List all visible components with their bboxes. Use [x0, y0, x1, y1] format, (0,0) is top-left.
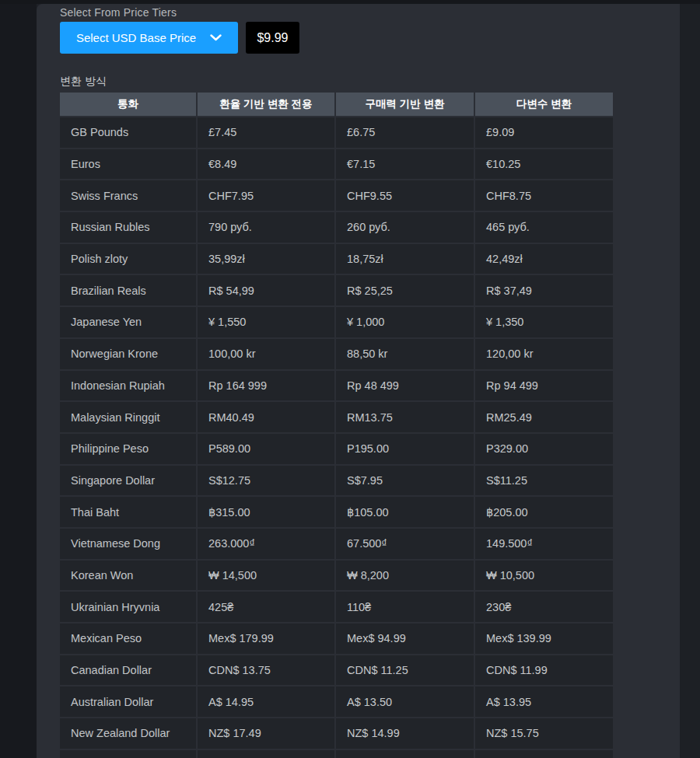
fx-value-cell: 100,00 kr — [198, 339, 334, 369]
multi-value-cell — [475, 750, 613, 758]
ppp-value-cell: A$ 13.50 — [336, 686, 474, 717]
ppp-value-cell: ¥ 1,000 — [336, 307, 474, 337]
currency-name-cell: Singapore Dollar — [60, 466, 196, 496]
currency-name-cell: Vietnamese Dong — [60, 529, 196, 559]
multi-value-cell: £9.09 — [475, 117, 613, 148]
table-header-row: 통화 환율 기반 변환 전용 구매력 기반 변환 다변수 변환 — [60, 93, 613, 116]
ppp-value-cell: 18,75zł — [336, 244, 474, 274]
multi-value-cell: 149.500₫ — [475, 529, 613, 559]
currency-name-cell: Philippine Peso — [60, 434, 196, 464]
fx-value-cell: 263.000₫ — [198, 529, 334, 559]
multi-value-cell: CHF8.75 — [475, 180, 613, 211]
multi-value-cell: ¥ 1,350 — [475, 307, 613, 337]
fx-value-cell: Mex$ 179.99 — [198, 624, 334, 654]
multi-value-cell: 230₴ — [475, 592, 613, 622]
ppp-value-cell: S$7.95 — [336, 466, 474, 496]
price-picker-row: Select USD Base Price $9.99 — [60, 22, 299, 54]
fx-value-cell: €8.49 — [198, 149, 334, 180]
ppp-value-cell: 110₴ — [336, 592, 474, 622]
currency-name-cell: Polish zloty — [60, 244, 196, 274]
multi-value-cell: Rp 94 499 — [475, 371, 613, 401]
header-purchasing-power-conversion: 구매력 기반 변환 — [336, 93, 474, 116]
fx-value-cell: 790 руб. — [198, 212, 334, 243]
currency-name-cell: Japanese Yen — [60, 307, 196, 337]
base-price-value-box[interactable]: $9.99 — [246, 22, 299, 54]
content-panel: Select From Price Tiers Select USD Base … — [37, 4, 680, 758]
fx-value-cell: A$ 14.95 — [198, 686, 334, 717]
multi-value-cell: ฿205.00 — [475, 497, 613, 527]
ppp-value-cell: 67.500₫ — [336, 529, 474, 559]
currency-name-cell: Korean Won — [60, 561, 196, 591]
multi-value-cell: S$11.25 — [475, 466, 613, 496]
currency-name-cell: Mexican Peso — [60, 624, 196, 654]
currency-name-cell: Indonesian Rupiah — [60, 371, 196, 401]
multi-value-cell: R$ 37,49 — [475, 275, 613, 306]
fx-value-cell: 35,99zł — [198, 244, 334, 274]
fx-value-cell: CHF7.95 — [198, 180, 334, 211]
multi-value-cell: A$ 13.95 — [475, 686, 613, 717]
currency-name-cell: Euros — [60, 149, 196, 180]
currency-name-cell: Thai Baht — [60, 497, 196, 527]
fx-value-cell: R$ 54,99 — [198, 275, 334, 306]
multi-value-cell: ₩ 10,500 — [475, 561, 613, 591]
ppp-value-cell: 88,50 kr — [336, 339, 474, 369]
currency-name-cell: Russian Rubles — [60, 212, 196, 243]
conversion-method-label: 변환 방식 — [60, 75, 107, 89]
currency-name-cell — [60, 750, 196, 758]
fx-value-cell: ₩ 14,500 — [198, 561, 334, 591]
fx-value-cell: ฿315.00 — [198, 497, 334, 527]
page-top-margin — [0, 0, 700, 4]
currency-name-cell: Brazilian Reals — [60, 275, 196, 306]
multi-value-cell: CDN$ 11.99 — [475, 655, 613, 686]
currency-name-cell: New Zealand Dollar — [60, 718, 196, 749]
ppp-value-cell: ฿105.00 — [336, 497, 474, 527]
fx-value-cell: CDN$ 13.75 — [198, 655, 334, 686]
ppp-value-cell: R$ 25,25 — [336, 275, 474, 306]
multi-value-cell: RM25.49 — [475, 402, 613, 432]
currency-name-cell: Swiss Francs — [60, 180, 196, 211]
multi-value-cell: €10.25 — [475, 149, 613, 180]
ppp-value-cell: CHF9.55 — [336, 180, 474, 211]
multi-value-cell: NZ$ 15.75 — [475, 718, 613, 749]
currency-name-cell: Norwegian Krone — [60, 339, 196, 369]
multi-value-cell: 465 руб. — [475, 212, 613, 243]
page-left-margin — [0, 0, 37, 758]
usd-base-price-dropdown[interactable]: Select USD Base Price — [60, 22, 238, 54]
ppp-value-cell: €7.15 — [336, 149, 474, 180]
usd-base-price-dropdown-label: Select USD Base Price — [76, 31, 196, 44]
fx-value-cell — [198, 750, 334, 758]
ppp-value-cell: RM13.75 — [336, 402, 474, 432]
fx-value-cell: P589.00 — [198, 434, 334, 464]
fx-value-cell: NZ$ 17.49 — [198, 718, 334, 749]
multi-value-cell: P329.00 — [475, 434, 613, 464]
currency-name-cell: Australian Dollar — [60, 686, 196, 717]
currency-conversion-table: 통화 환율 기반 변환 전용 구매력 기반 변환 다변수 변환 GB Pound… — [60, 93, 613, 758]
currency-name-cell: Malaysian Ringgit — [60, 402, 196, 432]
multi-value-cell: 120,00 kr — [475, 339, 613, 369]
ppp-value-cell: CDN$ 11.25 — [336, 655, 474, 686]
header-multivariable-conversion: 다변수 변환 — [475, 93, 613, 116]
header-currency: 통화 — [60, 93, 196, 116]
ppp-value-cell: P195.00 — [336, 434, 474, 464]
multi-value-cell: 42,49zł — [475, 244, 613, 274]
fx-value-cell: £7.45 — [198, 117, 334, 148]
ppp-value-cell: NZ$ 14.99 — [336, 718, 474, 749]
ppp-value-cell — [336, 750, 474, 758]
ppp-value-cell: Rp 48 499 — [336, 371, 474, 401]
price-tiers-label: Select From Price Tiers — [60, 6, 177, 19]
page-right-margin — [680, 0, 700, 758]
ppp-value-cell: £6.75 — [336, 117, 474, 148]
chevron-down-icon — [210, 34, 222, 41]
currency-name-cell: Canadian Dollar — [60, 655, 196, 686]
currency-name-cell: GB Pounds — [60, 117, 196, 148]
fx-value-cell: RM40.49 — [198, 402, 334, 432]
multi-value-cell: Mex$ 139.99 — [475, 624, 613, 654]
ppp-value-cell: 260 руб. — [336, 212, 474, 243]
fx-value-cell: Rp 164 999 — [198, 371, 334, 401]
base-price-value: $9.99 — [257, 31, 288, 45]
fx-value-cell: ¥ 1,550 — [198, 307, 334, 337]
fx-value-cell: S$12.75 — [198, 466, 334, 496]
header-fx-based-conversion: 환율 기반 변환 전용 — [198, 93, 334, 116]
fx-value-cell: 425₴ — [198, 592, 334, 622]
currency-name-cell: Ukrainian Hryvnia — [60, 592, 196, 622]
